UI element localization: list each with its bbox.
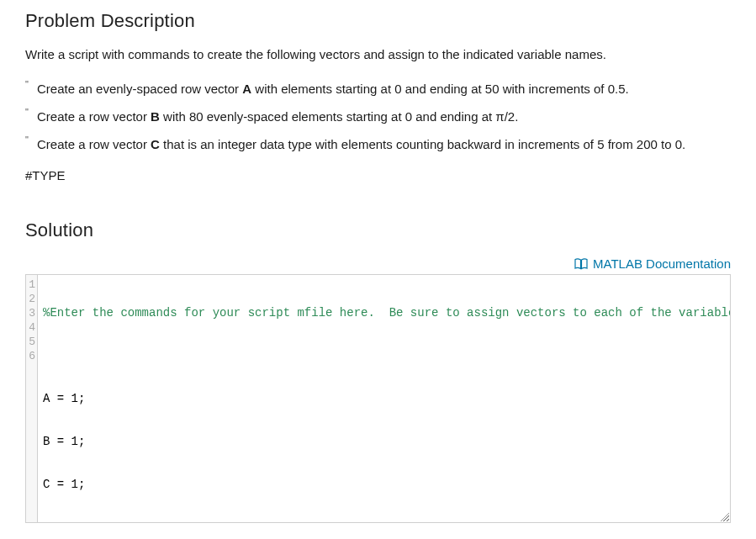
line-number: 4: [28, 320, 35, 335]
list-item-pre: Create an evenly-spaced row vector: [37, 82, 242, 96]
list-item-post: that is an integer data type with elemen…: [160, 137, 685, 151]
svg-line-0: [721, 513, 729, 521]
svg-line-1: [724, 516, 729, 521]
list-item: Create a row vector B with 80 evenly-spa…: [25, 108, 731, 125]
list-item-pre: Create a row vector: [37, 137, 151, 151]
code-statement: A = 1;: [43, 392, 85, 405]
list-item-pre: Create a row vector: [37, 109, 151, 124]
code-statement: C = 1;: [43, 478, 85, 491]
line-number: 2: [28, 292, 35, 306]
line-number: 5: [28, 335, 35, 349]
problem-description: Write a script with commands to create t…: [25, 45, 731, 63]
svg-line-2: [727, 520, 729, 521]
book-icon: [574, 258, 588, 270]
resize-handle-icon: [718, 510, 730, 522]
type-tag: #TYPE: [25, 168, 731, 182]
line-gutter: 1 2 3 4 5 6: [26, 275, 38, 522]
list-item-bold: B: [151, 109, 160, 124]
code-statement: B = 1;: [43, 435, 85, 448]
list-item: Create a row vector C that is an integer…: [25, 135, 731, 153]
list-item: Create an evenly-spaced row vector A wit…: [25, 80, 731, 98]
code-comment: %Enter the commands for your script mfil…: [43, 306, 730, 320]
code-area[interactable]: %Enter the commands for your script mfil…: [38, 275, 730, 522]
list-item-post: with elements starting at 0 and ending a…: [251, 82, 629, 96]
solution-heading: Solution: [25, 219, 731, 241]
problem-heading: Problem Description: [25, 10, 731, 32]
code-editor[interactable]: 1 2 3 4 5 6 %Enter the commands for your…: [25, 274, 731, 523]
list-item-bold: A: [242, 82, 251, 96]
matlab-doc-link[interactable]: MATLAB Documentation: [593, 256, 731, 271]
list-item-bold: C: [151, 137, 160, 151]
requirements-list: Create an evenly-spaced row vector A wit…: [25, 80, 731, 153]
line-number: 6: [28, 349, 35, 363]
doc-link-row: MATLAB Documentation: [25, 256, 731, 271]
line-number: 3: [28, 306, 35, 320]
line-number: 1: [28, 277, 35, 292]
list-item-post: with 80 evenly-spaced elements starting …: [160, 109, 518, 124]
